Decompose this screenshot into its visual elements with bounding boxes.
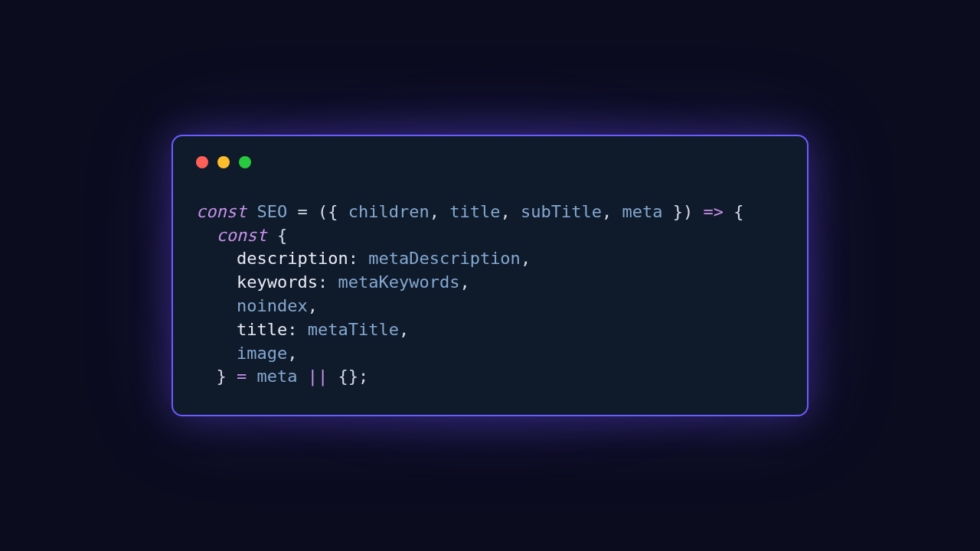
code-window: const SEO = ({ children, title, subTitle… xyxy=(172,135,808,416)
function-name: SEO xyxy=(256,202,287,221)
code-snippet: const SEO = ({ children, title, subTitle… xyxy=(196,201,784,389)
keyword-const: const xyxy=(196,202,247,221)
maximize-icon[interactable] xyxy=(239,156,251,168)
minimize-icon[interactable] xyxy=(217,156,230,168)
close-icon[interactable] xyxy=(196,156,208,168)
window-controls xyxy=(196,156,784,168)
